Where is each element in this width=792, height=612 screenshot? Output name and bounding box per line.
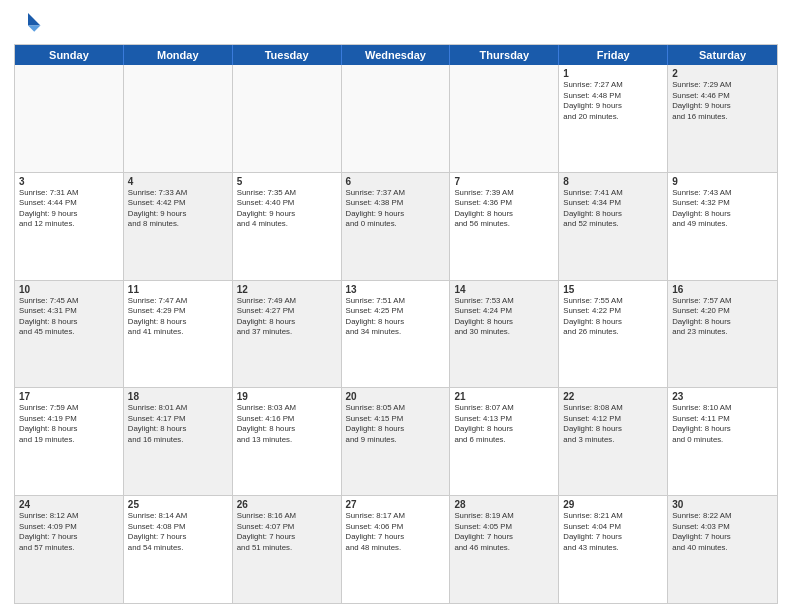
calendar-day-6: 6Sunrise: 7:37 AM Sunset: 4:38 PM Daylig… [342,173,451,280]
day-info: Sunrise: 7:53 AM Sunset: 4:24 PM Dayligh… [454,296,554,338]
calendar-row-1: 3Sunrise: 7:31 AM Sunset: 4:44 PM Daylig… [15,173,777,281]
day-info: Sunrise: 8:17 AM Sunset: 4:06 PM Dayligh… [346,511,446,553]
calendar-day-16: 16Sunrise: 7:57 AM Sunset: 4:20 PM Dayli… [668,281,777,388]
day-number: 25 [128,499,228,510]
calendar-day-1: 1Sunrise: 7:27 AM Sunset: 4:48 PM Daylig… [559,65,668,172]
calendar-empty-cell [124,65,233,172]
calendar-weekday-saturday: Saturday [668,45,777,65]
calendar-day-17: 17Sunrise: 7:59 AM Sunset: 4:19 PM Dayli… [15,388,124,495]
calendar-day-28: 28Sunrise: 8:19 AM Sunset: 4:05 PM Dayli… [450,496,559,603]
day-info: Sunrise: 7:33 AM Sunset: 4:42 PM Dayligh… [128,188,228,230]
calendar-weekday-monday: Monday [124,45,233,65]
day-info: Sunrise: 7:29 AM Sunset: 4:46 PM Dayligh… [672,80,773,122]
calendar-day-25: 25Sunrise: 8:14 AM Sunset: 4:08 PM Dayli… [124,496,233,603]
calendar: SundayMondayTuesdayWednesdayThursdayFrid… [14,44,778,604]
day-info: Sunrise: 8:19 AM Sunset: 4:05 PM Dayligh… [454,511,554,553]
calendar-day-19: 19Sunrise: 8:03 AM Sunset: 4:16 PM Dayli… [233,388,342,495]
day-info: Sunrise: 7:41 AM Sunset: 4:34 PM Dayligh… [563,188,663,230]
day-number: 16 [672,284,773,295]
calendar-day-27: 27Sunrise: 8:17 AM Sunset: 4:06 PM Dayli… [342,496,451,603]
day-number: 28 [454,499,554,510]
day-number: 9 [672,176,773,187]
calendar-day-23: 23Sunrise: 8:10 AM Sunset: 4:11 PM Dayli… [668,388,777,495]
day-number: 4 [128,176,228,187]
day-info: Sunrise: 7:45 AM Sunset: 4:31 PM Dayligh… [19,296,119,338]
calendar-row-4: 24Sunrise: 8:12 AM Sunset: 4:09 PM Dayli… [15,496,777,603]
day-number: 5 [237,176,337,187]
day-number: 24 [19,499,119,510]
day-number: 11 [128,284,228,295]
calendar-day-13: 13Sunrise: 7:51 AM Sunset: 4:25 PM Dayli… [342,281,451,388]
calendar-day-5: 5Sunrise: 7:35 AM Sunset: 4:40 PM Daylig… [233,173,342,280]
calendar-day-4: 4Sunrise: 7:33 AM Sunset: 4:42 PM Daylig… [124,173,233,280]
day-number: 22 [563,391,663,402]
day-number: 15 [563,284,663,295]
day-info: Sunrise: 7:49 AM Sunset: 4:27 PM Dayligh… [237,296,337,338]
calendar-weekday-sunday: Sunday [15,45,124,65]
calendar-day-21: 21Sunrise: 8:07 AM Sunset: 4:13 PM Dayli… [450,388,559,495]
day-info: Sunrise: 8:22 AM Sunset: 4:03 PM Dayligh… [672,511,773,553]
day-number: 10 [19,284,119,295]
day-info: Sunrise: 7:47 AM Sunset: 4:29 PM Dayligh… [128,296,228,338]
calendar-day-2: 2Sunrise: 7:29 AM Sunset: 4:46 PM Daylig… [668,65,777,172]
calendar-day-18: 18Sunrise: 8:01 AM Sunset: 4:17 PM Dayli… [124,388,233,495]
calendar-day-30: 30Sunrise: 8:22 AM Sunset: 4:03 PM Dayli… [668,496,777,603]
calendar-day-20: 20Sunrise: 8:05 AM Sunset: 4:15 PM Dayli… [342,388,451,495]
calendar-day-26: 26Sunrise: 8:16 AM Sunset: 4:07 PM Dayli… [233,496,342,603]
calendar-day-9: 9Sunrise: 7:43 AM Sunset: 4:32 PM Daylig… [668,173,777,280]
day-info: Sunrise: 8:10 AM Sunset: 4:11 PM Dayligh… [672,403,773,445]
day-number: 14 [454,284,554,295]
day-info: Sunrise: 8:14 AM Sunset: 4:08 PM Dayligh… [128,511,228,553]
logo-icon [14,10,42,38]
calendar-row-3: 17Sunrise: 7:59 AM Sunset: 4:19 PM Dayli… [15,388,777,496]
calendar-empty-cell [342,65,451,172]
calendar-header: SundayMondayTuesdayWednesdayThursdayFrid… [15,45,777,65]
day-number: 30 [672,499,773,510]
day-info: Sunrise: 7:43 AM Sunset: 4:32 PM Dayligh… [672,188,773,230]
day-info: Sunrise: 7:27 AM Sunset: 4:48 PM Dayligh… [563,80,663,122]
calendar-empty-cell [450,65,559,172]
calendar-empty-cell [15,65,124,172]
day-number: 6 [346,176,446,187]
day-number: 13 [346,284,446,295]
calendar-day-29: 29Sunrise: 8:21 AM Sunset: 4:04 PM Dayli… [559,496,668,603]
day-info: Sunrise: 8:08 AM Sunset: 4:12 PM Dayligh… [563,403,663,445]
day-number: 27 [346,499,446,510]
day-info: Sunrise: 8:05 AM Sunset: 4:15 PM Dayligh… [346,403,446,445]
calendar-weekday-tuesday: Tuesday [233,45,342,65]
day-number: 19 [237,391,337,402]
day-number: 2 [672,68,773,79]
day-info: Sunrise: 7:31 AM Sunset: 4:44 PM Dayligh… [19,188,119,230]
calendar-row-2: 10Sunrise: 7:45 AM Sunset: 4:31 PM Dayli… [15,281,777,389]
calendar-empty-cell [233,65,342,172]
day-number: 17 [19,391,119,402]
day-info: Sunrise: 8:01 AM Sunset: 4:17 PM Dayligh… [128,403,228,445]
calendar-day-22: 22Sunrise: 8:08 AM Sunset: 4:12 PM Dayli… [559,388,668,495]
svg-marker-0 [28,13,40,25]
day-number: 23 [672,391,773,402]
calendar-day-3: 3Sunrise: 7:31 AM Sunset: 4:44 PM Daylig… [15,173,124,280]
day-info: Sunrise: 8:07 AM Sunset: 4:13 PM Dayligh… [454,403,554,445]
day-info: Sunrise: 7:39 AM Sunset: 4:36 PM Dayligh… [454,188,554,230]
day-number: 29 [563,499,663,510]
calendar-day-15: 15Sunrise: 7:55 AM Sunset: 4:22 PM Dayli… [559,281,668,388]
day-number: 21 [454,391,554,402]
day-info: Sunrise: 8:16 AM Sunset: 4:07 PM Dayligh… [237,511,337,553]
day-info: Sunrise: 8:03 AM Sunset: 4:16 PM Dayligh… [237,403,337,445]
day-number: 26 [237,499,337,510]
day-number: 1 [563,68,663,79]
day-info: Sunrise: 8:12 AM Sunset: 4:09 PM Dayligh… [19,511,119,553]
calendar-day-10: 10Sunrise: 7:45 AM Sunset: 4:31 PM Dayli… [15,281,124,388]
calendar-day-11: 11Sunrise: 7:47 AM Sunset: 4:29 PM Dayli… [124,281,233,388]
day-info: Sunrise: 7:55 AM Sunset: 4:22 PM Dayligh… [563,296,663,338]
day-number: 7 [454,176,554,187]
calendar-day-7: 7Sunrise: 7:39 AM Sunset: 4:36 PM Daylig… [450,173,559,280]
calendar-day-24: 24Sunrise: 8:12 AM Sunset: 4:09 PM Dayli… [15,496,124,603]
day-info: Sunrise: 7:51 AM Sunset: 4:25 PM Dayligh… [346,296,446,338]
day-info: Sunrise: 7:35 AM Sunset: 4:40 PM Dayligh… [237,188,337,230]
calendar-day-14: 14Sunrise: 7:53 AM Sunset: 4:24 PM Dayli… [450,281,559,388]
calendar-weekday-wednesday: Wednesday [342,45,451,65]
svg-marker-1 [28,26,40,32]
calendar-day-8: 8Sunrise: 7:41 AM Sunset: 4:34 PM Daylig… [559,173,668,280]
day-info: Sunrise: 7:57 AM Sunset: 4:20 PM Dayligh… [672,296,773,338]
